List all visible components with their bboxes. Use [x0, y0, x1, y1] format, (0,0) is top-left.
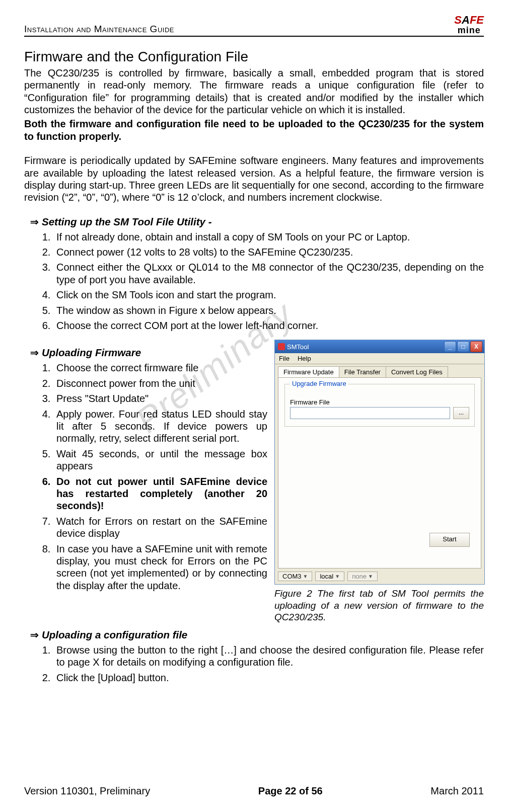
groupbox-legend: Upgrade Firmware [290, 380, 348, 387]
status-local[interactable]: local ▼ [315, 572, 344, 581]
tab-file-transfer[interactable]: File Transfer [339, 366, 386, 377]
arrow-icon: ⇒ [30, 347, 39, 359]
step-item: Press "Start Update" [53, 392, 267, 404]
step-item: In case you have a SAFEmine unit with re… [53, 543, 267, 592]
intro-paragraph-3: Firmware is periodically updated by SAFE… [24, 154, 484, 204]
smtool-titlebar: SMTool _ □ X [275, 340, 484, 353]
step-item-bold: Do not cut power until SAFEmine device h… [53, 475, 267, 512]
smtool-statusbar: COM3 ▼ local ▼ none ▼ [278, 572, 481, 581]
subsection-sm-tool-setup: ⇒ Setting up the SM Tool File Utility - [30, 216, 484, 228]
menu-help[interactable]: Help [298, 355, 311, 362]
arrow-icon: ⇒ [30, 629, 39, 641]
subsection-title: Setting up the SM Tool File Utility - [42, 216, 211, 228]
footer-date: March 2011 [430, 785, 484, 797]
uploading-firmware-steps: Choose the correct firmware file Disconn… [24, 362, 267, 592]
logo-top-text: SAFE [454, 15, 484, 25]
sm-tool-setup-steps: If not already done, obtain and install … [24, 231, 484, 332]
subsection-title: Uploading a configuration file [42, 629, 187, 641]
step-item: Connect either the QLxxx or QL014 to the… [53, 261, 484, 286]
status-com-label: COM3 [282, 573, 302, 580]
uploading-config-steps: Browse using the button to the right […]… [24, 644, 484, 684]
tab-firmware-update[interactable]: Firmware Update [278, 366, 339, 377]
firmware-file-label: Firmware File [290, 398, 469, 406]
footer-version: Version 110301, Preliminary [24, 785, 150, 797]
smtool-window-screenshot: SMTool _ □ X File Help Firmware Update F… [274, 340, 485, 585]
maximize-button[interactable]: □ [457, 341, 469, 352]
chevron-down-icon: ▼ [303, 574, 308, 579]
close-button[interactable]: X [470, 341, 482, 352]
arrow-icon: ⇒ [30, 216, 39, 228]
step-item: The window as shown in Figure x below ap… [53, 304, 484, 316]
document-title: Installation and Maintenance Guide [24, 24, 174, 35]
subsection-uploading-config: ⇒ Uploading a configuration file [30, 629, 484, 641]
step-item: Connect power (12 volts to 28 volts) to … [53, 246, 484, 258]
upgrade-firmware-groupbox: Upgrade Firmware Firmware File ... [284, 384, 475, 427]
step-item: Click the [Upload] button. [53, 672, 484, 684]
step-item: Wait 45 seconds, or until the message bo… [53, 448, 267, 472]
tab-convert-log-files[interactable]: Convert Log Files [386, 366, 448, 377]
smtool-tabstrip: Firmware Update File Transfer Convert Lo… [278, 366, 481, 377]
step-item: Apply power. Four red status LED should … [53, 408, 267, 445]
step-item: Disconnect power from the unit [53, 377, 267, 389]
page-header: Installation and Maintenance Guide SAFE … [24, 15, 484, 37]
start-button[interactable]: Start [429, 533, 470, 547]
safemine-logo: SAFE mine [454, 15, 484, 36]
status-local-label: local [320, 573, 333, 580]
subsection-uploading-firmware: ⇒ Uploading Firmware [30, 347, 267, 359]
step-item: Click on the SM Tools icon and start the… [53, 289, 484, 301]
step-item: Browse using the button to the right […]… [53, 644, 484, 669]
figure-2-caption: Figure 2 The first tab of SM Tool permit… [274, 588, 484, 623]
firmware-file-input[interactable] [290, 407, 450, 419]
menu-file[interactable]: File [279, 355, 289, 362]
status-none-label: none [352, 573, 367, 580]
chevron-down-icon: ▼ [335, 574, 340, 579]
section-title: Firmware and the Configuration File [24, 49, 484, 65]
smtool-menubar: File Help [275, 353, 484, 364]
step-item: If not already done, obtain and install … [53, 231, 484, 243]
step-item: Choose the correct COM port at the lower… [53, 319, 484, 332]
subsection-title: Uploading Firmware [42, 347, 141, 359]
step-item: Choose the correct firmware file [53, 362, 267, 374]
window-title: SMTool [287, 343, 309, 351]
minimize-button[interactable]: _ [444, 341, 456, 352]
page-footer: Version 110301, Preliminary Page 22 of 5… [24, 785, 484, 797]
intro-paragraph-2-bold: Both the firmware and configuration file… [24, 118, 484, 142]
step-item: Watch for Errors on restart on the SAFEm… [53, 515, 267, 540]
chevron-down-icon: ▼ [368, 574, 373, 579]
logo-bottom-text: mine [458, 25, 481, 36]
status-none[interactable]: none ▼ [347, 572, 378, 581]
smtool-panel: Upgrade Firmware Firmware File ... Start [278, 377, 481, 569]
footer-page-number: Page 22 of 56 [258, 785, 323, 797]
status-com-port[interactable]: COM3 ▼ [278, 572, 312, 581]
browse-button[interactable]: ... [453, 407, 469, 419]
intro-paragraph-1: The QC230/235 is controlled by firmware,… [24, 67, 484, 116]
app-icon [278, 343, 285, 350]
